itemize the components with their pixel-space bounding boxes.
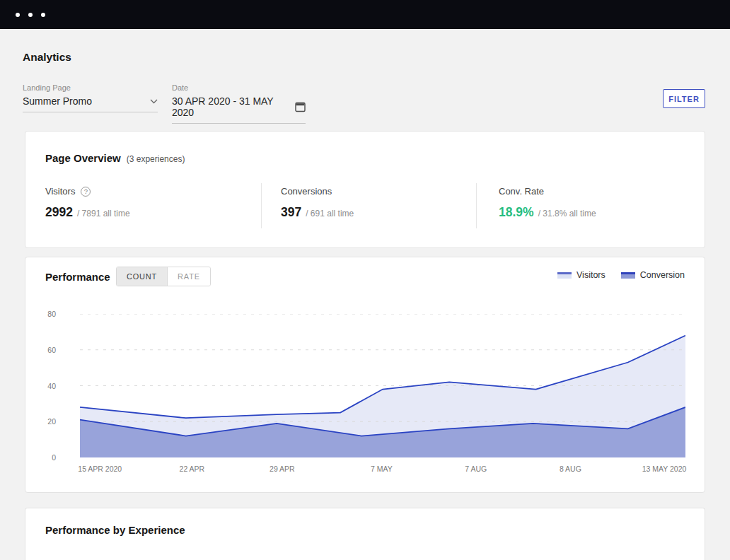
window-dot-icon[interactable]: [16, 13, 20, 17]
page-title: Analytics: [23, 51, 71, 64]
filter-button[interactable]: FILTER: [663, 89, 705, 108]
metric-conversions: Conversions 397 / 691 all time: [261, 183, 476, 228]
y-axis: 020406080: [25, 314, 56, 457]
metric-visitors-value: 2992: [45, 205, 73, 220]
toggle-rate-button[interactable]: RATE: [167, 267, 210, 286]
legend-item-conversion[interactable]: Conversion: [621, 270, 685, 280]
y-tick-label: 40: [25, 383, 56, 390]
calendar-icon[interactable]: [295, 101, 306, 112]
x-axis-label: 7 AUG: [465, 465, 487, 473]
metric-visitors-alltime: / 7891 all time: [77, 209, 130, 218]
window-dot-icon[interactable]: [41, 13, 45, 17]
metric-visitors: Visitors ? 2992 / 7891 all time: [25, 183, 261, 228]
count-rate-toggle: COUNT RATE: [116, 267, 211, 286]
legend-conversion-label: Conversion: [640, 270, 685, 280]
toggle-count-button[interactable]: COUNT: [117, 267, 167, 286]
x-axis-label: 8 AUG: [560, 465, 581, 473]
page-overview-subtitle: (3 experiences): [127, 154, 185, 164]
x-axis-label: 13 MAY 2020: [642, 465, 687, 473]
metric-conv-rate-value: 18.9%: [499, 205, 534, 220]
landing-page-value: Summer Promo: [23, 95, 92, 107]
performance-by-experience-card: Performance by Experience: [25, 508, 705, 560]
chart-legend: Visitors Conversion: [557, 270, 685, 280]
visitors-swatch-icon: [557, 272, 572, 279]
landing-page-label: Landing Page: [23, 83, 158, 92]
performance-by-experience-title: Performance by Experience: [45, 524, 185, 536]
y-tick-label: 60: [25, 346, 56, 354]
window-controls: [16, 0, 45, 29]
x-axis-label: 15 APR 2020: [78, 465, 122, 473]
metric-visitors-label: Visitors: [45, 186, 75, 197]
metric-conversions-value: 397: [281, 205, 301, 220]
x-axis-label: 22 APR: [180, 465, 205, 473]
x-axis-label: 7 MAY: [371, 465, 393, 473]
date-label: Date: [172, 83, 306, 92]
page-overview-card: Page Overview (3 experiences) Visitors ?…: [25, 131, 705, 248]
conversion-swatch-icon: [621, 272, 635, 279]
y-tick-label: 20: [25, 418, 56, 425]
chevron-down-icon[interactable]: [150, 99, 158, 104]
metric-conv-rate-label: Conv. Rate: [499, 186, 544, 197]
metric-conv-rate-alltime: / 31.8% all time: [538, 209, 596, 218]
window-dot-icon[interactable]: [28, 13, 33, 17]
metric-conv-rate: Conv. Rate 18.9% / 31.8% all time: [476, 183, 704, 228]
y-tick-label: 80: [25, 310, 56, 317]
metric-conversions-label: Conversions: [281, 186, 332, 197]
performance-chart: 020406080 15 APR 202022 APR29 APR7 MAY7 …: [25, 314, 705, 478]
y-tick-label: 0: [25, 454, 56, 461]
performance-card: Performance COUNT RATE Visitors Conversi…: [25, 257, 705, 493]
performance-title: Performance: [45, 271, 110, 283]
window-titlebar: [0, 0, 730, 29]
date-range-input[interactable]: Date 30 APR 2020 - 31 MAY 2020: [172, 83, 306, 124]
help-icon[interactable]: ?: [81, 187, 91, 197]
performance-chart-svg[interactable]: [80, 314, 685, 457]
landing-page-select[interactable]: Landing Page Summer Promo: [23, 83, 158, 112]
date-range-value: 30 APR 2020 - 31 MAY 2020: [172, 95, 295, 118]
x-axis-label: 29 APR: [270, 465, 295, 473]
legend-item-visitors[interactable]: Visitors: [557, 270, 606, 280]
metrics-row: Visitors ? 2992 / 7891 all time Conversi…: [25, 183, 704, 228]
x-axis: 15 APR 202022 APR29 APR7 MAY7 AUG8 AUG13…: [80, 465, 685, 474]
legend-visitors-label: Visitors: [577, 270, 606, 280]
page-overview-title: Page Overview: [45, 152, 121, 164]
metric-conversions-alltime: / 691 all time: [306, 209, 354, 218]
